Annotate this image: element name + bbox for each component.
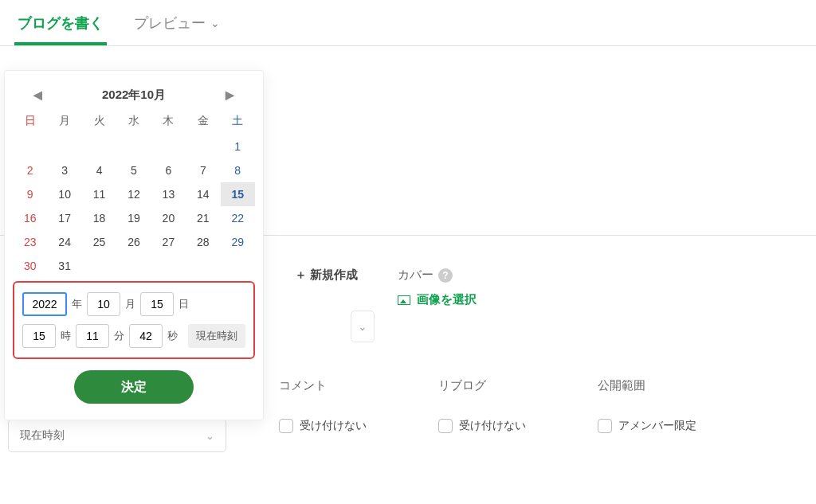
tab-write[interactable]: ブログを書く [14,1,107,45]
chevron-down-icon: ⌄ [210,17,220,29]
tab-preview-label: プレビュー [134,14,206,33]
tab-preview[interactable]: プレビュー ⌄ [131,1,223,45]
